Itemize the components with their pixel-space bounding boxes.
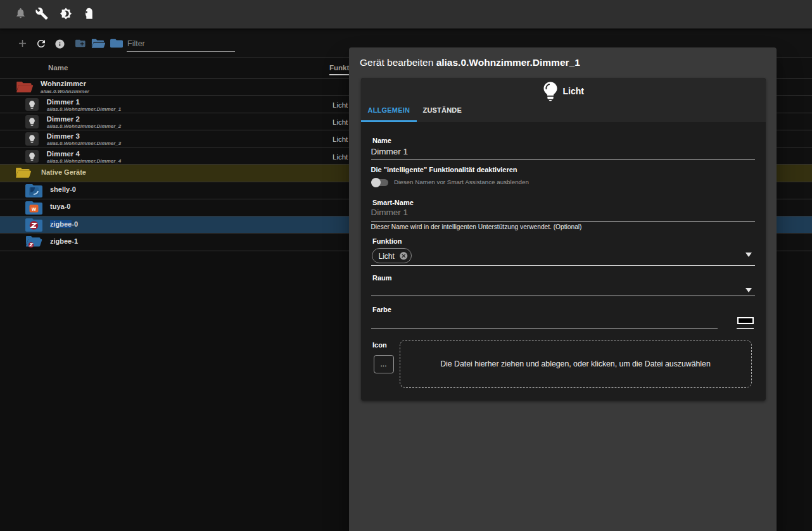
svg-text:w: w [31, 206, 37, 212]
